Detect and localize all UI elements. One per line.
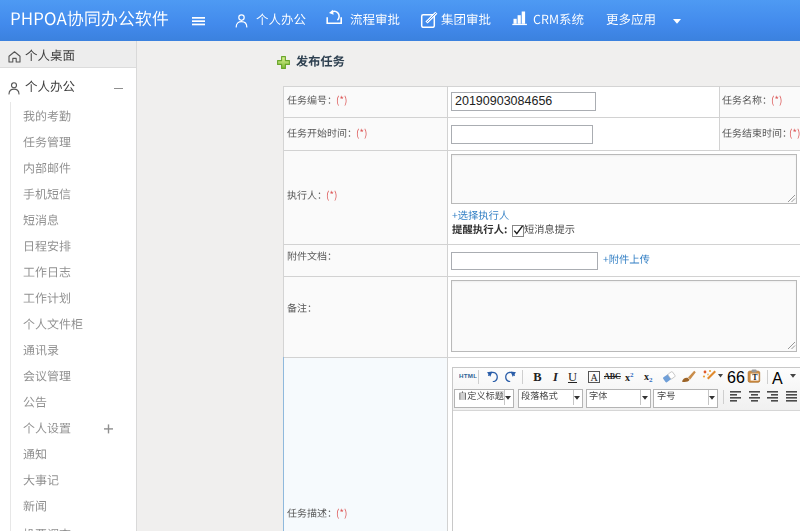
svg-text:A: A	[590, 371, 598, 382]
svg-text:T: T	[752, 373, 758, 382]
svg-text:HTML: HTML	[459, 372, 477, 379]
